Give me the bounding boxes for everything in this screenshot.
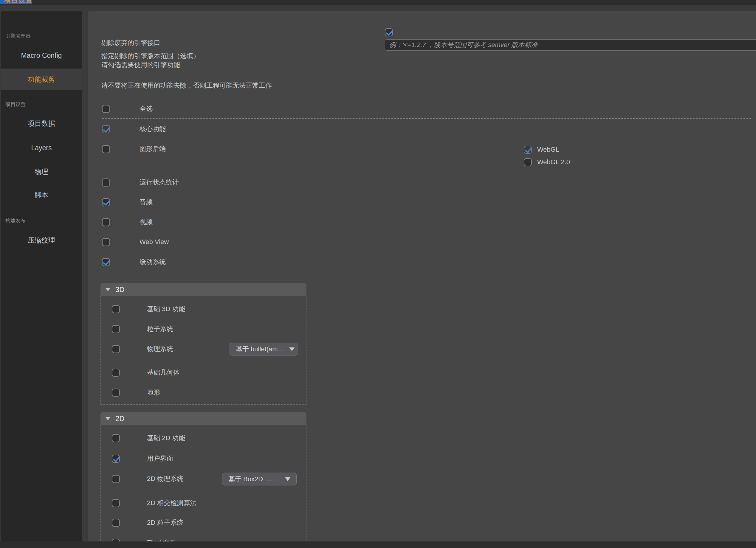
feature-2d-粒子系统-label: 2D 粒子系统 <box>147 518 183 527</box>
feature-地形-label: 地形 <box>147 388 160 397</box>
feature-用户界面-checkbox[interactable] <box>112 455 120 463</box>
feature-音频-checkbox[interactable] <box>102 198 110 206</box>
feature-基础-3d-功能-label: 基础 3D 功能 <box>147 304 185 313</box>
tab-project-settings-label: 项目设置 <box>4 0 32 4</box>
sidebar-item-脚本[interactable]: 脚本 <box>1 184 82 206</box>
feature-地形-checkbox[interactable] <box>112 388 120 397</box>
feature-全选-label: 全选 <box>140 104 153 113</box>
feature-webgl-2-0-label: WebGL 2.0 <box>537 158 570 167</box>
feature-hint: 请勾选需要使用的引擎功能 <box>101 61 180 69</box>
feature-物理系统-engine-select-value: 基于 bullet(am… <box>236 345 284 354</box>
feature-webgl-2-0-checkbox[interactable] <box>524 158 532 166</box>
feature-缓动系统-checkbox[interactable] <box>102 258 110 266</box>
feature-webgl-label: WebGL <box>537 145 559 154</box>
feature-物理系统-checkbox[interactable] <box>112 345 120 353</box>
feature-基础-3d-功能-checkbox[interactable] <box>112 305 120 313</box>
feature-warning: 请不要将正在使用的功能去除，否则工程可能无法正常工作 <box>101 81 272 90</box>
feature-图形后端-checkbox[interactable] <box>102 145 110 153</box>
feature-2d-物理系统-checkbox[interactable] <box>112 475 120 483</box>
top-bar <box>0 0 756 5</box>
bottom-strip <box>0 541 756 548</box>
panel-divider[interactable] <box>84 12 84 542</box>
feature-视频-label: 视频 <box>140 218 153 227</box>
feature-粒子系统-label: 粒子系统 <box>147 324 173 333</box>
feature-物理系统-label: 物理系统 <box>147 344 173 353</box>
feature-基础-2d-功能-label: 基础 2D 功能 <box>147 434 185 442</box>
feature-图形后端-label: 图形后端 <box>140 145 166 154</box>
group-title-2d: 2D <box>115 414 125 423</box>
feature-基础-2d-功能-checkbox[interactable] <box>112 434 120 442</box>
feature-基础几何体-checkbox[interactable] <box>112 369 120 377</box>
tab-project-settings[interactable]: 项目设置 <box>0 0 32 4</box>
feature-2d-物理系统-engine-select-value: 基于 Box2D … <box>228 475 271 484</box>
feature-web-view-label: Web View <box>140 238 169 247</box>
feature-web-view-checkbox[interactable] <box>102 238 110 246</box>
feature-用户界面-label: 用户界面 <box>147 454 173 463</box>
sidebar-item-项目数据[interactable]: 项目数据 <box>1 113 82 134</box>
sidebar-item-macro-config[interactable]: Macro Config <box>1 45 82 66</box>
sidebar-item-layers[interactable]: Layers <box>1 137 82 159</box>
sidebar-section-构建发布: 构建发布 <box>5 218 26 224</box>
feature-2d-相交检测算法-checkbox[interactable] <box>112 499 120 507</box>
feature-粒子系统-checkbox[interactable] <box>112 325 120 333</box>
sidebar-item-物理[interactable]: 物理 <box>1 161 82 182</box>
project-settings-window: 项目设置 引擎管理器Macro Config功能裁剪项目设置项目数据Layers… <box>0 0 756 548</box>
feature-物理系统-engine-select[interactable]: 基于 bullet(am… <box>230 343 298 355</box>
feature-缓动系统-label: 缓动系统 <box>140 258 166 267</box>
feature-webgl-checkbox <box>524 146 532 154</box>
feature-核心功能-checkbox <box>102 125 110 133</box>
feature-全选-checkbox[interactable] <box>102 105 110 113</box>
group-header-3d[interactable]: 3D <box>100 283 306 296</box>
feature-运行状态统计-checkbox[interactable] <box>102 179 110 187</box>
dropdown-arrow-icon <box>289 347 295 351</box>
feature-tiled-地图-checkbox[interactable] <box>112 539 120 541</box>
sidebar-section-项目设置: 项目设置 <box>5 101 26 108</box>
feature-运行状态统计-label: 运行状态统计 <box>140 178 179 187</box>
feature-tiled-地图-label: Tiled 地图 <box>147 538 176 541</box>
version-range-input[interactable] <box>385 39 756 51</box>
feature-2d-物理系统-engine-select[interactable]: 基于 Box2D … <box>222 473 297 485</box>
sidebar: 引擎管理器Macro Config功能裁剪项目设置项目数据Layers物理脚本构… <box>1 11 82 541</box>
deprecated-api-label: 剔除废弃的引擎接口 <box>101 38 160 47</box>
sidebar-item-压缩纹理[interactable]: 压缩纹理 <box>1 230 82 251</box>
deprecated-api-checkbox[interactable] <box>385 28 393 36</box>
feature-音频-label: 音频 <box>140 198 153 207</box>
feature-核心功能-label: 核心功能 <box>140 125 166 134</box>
feature-2d-相交检测算法-label: 2D 相交检测算法 <box>147 499 196 507</box>
sidebar-section-引擎管理器: 引擎管理器 <box>5 33 31 39</box>
group-header-2d[interactable]: 2D <box>100 412 306 425</box>
feature-2d-物理系统-label: 2D 物理系统 <box>147 474 183 483</box>
dropdown-arrow-icon <box>285 477 290 481</box>
feature-视频-checkbox[interactable] <box>102 218 110 226</box>
main-content-panel: 剔除废弃的引擎接口 指定剔除的引擎版本范围（选填） 请勾选需要使用的引擎功能 请… <box>88 11 756 541</box>
sidebar-item-功能裁剪[interactable]: 功能裁剪 <box>1 69 82 90</box>
feature-基础几何体-label: 基础几何体 <box>147 368 180 377</box>
select-all-separator <box>102 118 751 119</box>
feature-2d-粒子系统-checkbox[interactable] <box>112 519 120 527</box>
collapse-arrow-icon <box>105 417 111 420</box>
version-range-label: 指定剔除的引擎版本范围（选填） <box>101 52 200 61</box>
collapse-arrow-icon <box>105 288 111 291</box>
group-title-3d: 3D <box>115 285 125 294</box>
